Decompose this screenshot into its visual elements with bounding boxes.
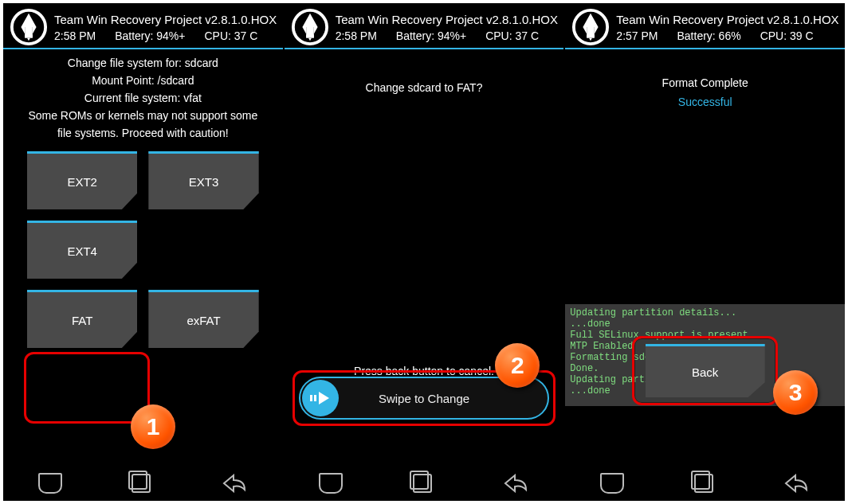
exfat-label: exFAT — [186, 314, 220, 327]
swipe-label: Swipe to Change — [300, 392, 548, 405]
ext4-button[interactable]: EXT4 — [27, 221, 137, 279]
swipe-slider[interactable]: Swipe to Change — [299, 377, 550, 420]
status-line: 2:58 PM Battery: 94%+ CPU: 37 C — [336, 29, 558, 42]
recent-icon[interactable] — [132, 474, 151, 493]
format-result: Format Complete Successful — [565, 73, 845, 111]
battery: Battery: 94%+ — [396, 29, 466, 42]
twrp-logo-icon — [571, 8, 610, 46]
recent-icon[interactable] — [413, 474, 432, 493]
navbar — [3, 466, 283, 501]
status-line: 2:57 PM Battery: 66% CPU: 39 C — [616, 29, 838, 42]
recent-icon[interactable] — [694, 474, 713, 493]
home-icon[interactable] — [319, 473, 343, 494]
cpu: CPU: 39 C — [760, 29, 814, 42]
ext2-button[interactable]: EXT2 — [27, 151, 137, 209]
app-title: Team Win Recovery Project v2.8.1.0.HOX — [336, 13, 558, 26]
home-icon[interactable] — [38, 473, 62, 494]
time: 2:57 PM — [616, 29, 658, 42]
time: 2:58 PM — [54, 29, 96, 42]
back-icon[interactable] — [783, 474, 810, 493]
cpu: CPU: 37 C — [204, 29, 257, 42]
swipe-container: Swipe to Change — [299, 377, 550, 420]
ext2-label: EXT2 — [67, 175, 97, 189]
info-l5: file systems. Proceed with caution! — [10, 124, 277, 142]
navbar — [565, 466, 845, 501]
cpu: CPU: 37 C — [485, 29, 539, 42]
ext3-label: EXT3 — [189, 175, 219, 189]
header: Team Win Recovery Project v2.8.1.0.HOX 2… — [285, 3, 564, 46]
header-text: Team Win Recovery Project v2.8.1.0.HOX 2… — [336, 13, 558, 42]
info-text: Change file system for: sdcard Mount Poi… — [3, 54, 283, 142]
twrp-logo-icon — [291, 8, 329, 46]
fat-label: FAT — [72, 314, 92, 327]
callout-1-label: 1 — [147, 413, 160, 440]
screen-3: Team Win Recovery Project v2.8.1.0.HOX 2… — [565, 3, 845, 501]
header: Team Win Recovery Project v2.8.1.0.HOX 2… — [3, 3, 283, 46]
app-title: Team Win Recovery Project v2.8.1.0.HOX — [616, 13, 838, 26]
back-button-wrap: Back — [565, 344, 845, 397]
back-label: Back — [692, 365, 718, 379]
filesystem-grid: EXT2 EXT3 EXT4 FAT exFAT — [3, 142, 283, 357]
info-l2: Mount Point: /sdcard — [10, 72, 277, 89]
result-title: Format Complete — [565, 73, 845, 92]
content-area: Format Complete Successful Updating part… — [565, 49, 845, 466]
screen-1: Team Win Recovery Project v2.8.1.0.HOX 2… — [3, 3, 283, 501]
battery: Battery: 94%+ — [115, 29, 185, 42]
header-text: Team Win Recovery Project v2.8.1.0.HOX 2… — [54, 13, 277, 42]
info-l1: Change file system for: sdcard — [10, 54, 277, 72]
status-line: 2:58 PM Battery: 94%+ CPU: 37 C — [54, 29, 277, 42]
screen-2: Team Win Recovery Project v2.8.1.0.HOX 2… — [285, 3, 564, 501]
content-area: Change sdcard to FAT? Press back button … — [285, 49, 564, 466]
info-l4: Some ROMs or kernels may not support som… — [10, 107, 277, 124]
callout-1: 1 — [131, 404, 175, 449]
press-back-hint: Press back button to cancel. — [285, 365, 564, 377]
home-icon[interactable] — [600, 473, 624, 494]
info-l3: Current file system: vfat — [10, 89, 277, 107]
result-status: Successful — [565, 92, 845, 111]
ext3-button[interactable]: EXT3 — [148, 151, 258, 209]
header: Team Win Recovery Project v2.8.1.0.HOX 2… — [565, 3, 845, 46]
three-screens-container: Team Win Recovery Project v2.8.1.0.HOX 2… — [3, 3, 845, 501]
battery: Battery: 66% — [677, 29, 740, 42]
twrp-logo-icon — [10, 8, 48, 46]
time: 2:58 PM — [336, 29, 377, 42]
back-icon[interactable] — [221, 474, 248, 493]
ext4-label: EXT4 — [67, 244, 97, 258]
back-button[interactable]: Back — [646, 344, 765, 397]
header-text: Team Win Recovery Project v2.8.1.0.HOX 2… — [616, 13, 838, 42]
fat-button[interactable]: FAT — [27, 290, 137, 348]
app-title: Team Win Recovery Project v2.8.1.0.HOX — [54, 13, 277, 26]
content-area: Change file system for: sdcard Mount Poi… — [3, 49, 283, 466]
confirm-question: Change sdcard to FAT? — [285, 81, 564, 94]
highlight-fat — [24, 352, 150, 424]
navbar — [285, 466, 564, 501]
back-icon[interactable] — [502, 474, 529, 493]
exfat-button[interactable]: exFAT — [148, 290, 258, 348]
